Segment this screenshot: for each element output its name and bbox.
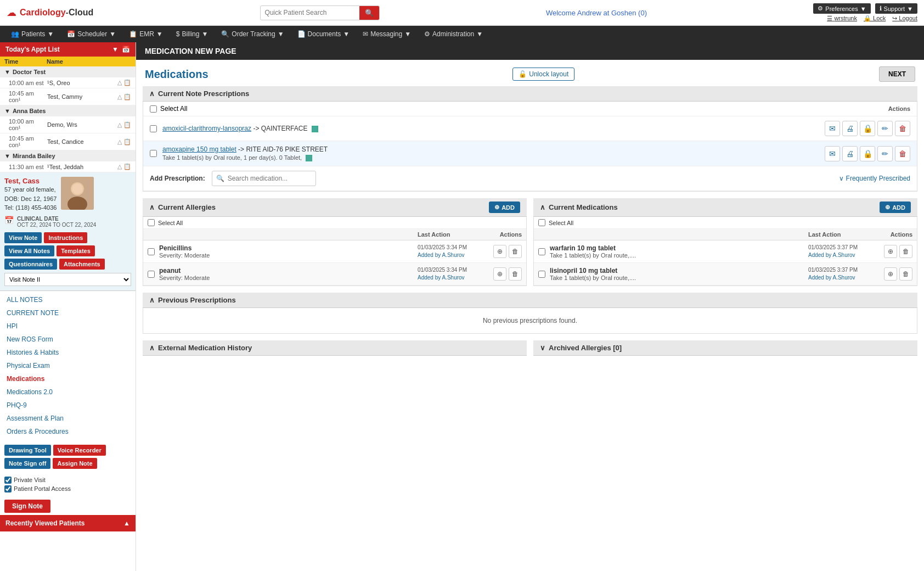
questionnaires-button[interactable]: Questionnaires bbox=[4, 259, 57, 270]
note-sign-off-button[interactable]: Note Sign off bbox=[4, 458, 50, 469]
current-med-checkbox-1[interactable] bbox=[538, 248, 545, 255]
select-all-checkbox[interactable] bbox=[150, 105, 157, 113]
delete-icon[interactable]: 🗑 bbox=[509, 267, 522, 281]
med-checkbox-1[interactable] bbox=[150, 125, 157, 132]
allergy-checkbox-2[interactable] bbox=[148, 271, 155, 278]
appt-row[interactable]: 10:00 am est ¹S, Oreo △ 📋 bbox=[0, 77, 136, 88]
add-icon[interactable]: ⊕ bbox=[493, 245, 506, 258]
visit-type-select[interactable]: Visit Note II bbox=[4, 273, 131, 286]
add-icon[interactable]: ⊕ bbox=[884, 245, 897, 258]
view-all-notes-button[interactable]: View All Notes bbox=[4, 245, 54, 256]
search-button[interactable]: 🔍 bbox=[359, 6, 379, 20]
nav-billing[interactable]: $ Billing ▼ bbox=[170, 26, 215, 42]
nav-ros-form[interactable]: New ROS Form bbox=[0, 333, 136, 346]
add-allergy-button[interactable]: ⊕ ADD bbox=[489, 201, 520, 213]
view-note-button[interactable]: View Note bbox=[4, 232, 42, 243]
external-med-history-title: ∧ External Medication History bbox=[149, 344, 252, 352]
appt-row[interactable]: 10:00 am con¹ Demo, Wrs △ 📋 bbox=[0, 116, 136, 133]
templates-button[interactable]: Templates bbox=[57, 245, 95, 256]
chevron-down-icon: ▼ bbox=[476, 30, 483, 38]
email-icon[interactable]: ✉ bbox=[825, 121, 840, 136]
nav-phq9[interactable]: PHQ-9 bbox=[0, 399, 136, 412]
private-visit-checkbox[interactable] bbox=[4, 477, 12, 484]
patient-name[interactable]: Test, Cass bbox=[4, 177, 57, 185]
appt-row[interactable]: 10:45 am con¹ Test, Cammy △ 📋 bbox=[0, 88, 136, 105]
nav-patients[interactable]: 👥 Patients ▼ bbox=[4, 26, 60, 42]
username-link[interactable]: ☰ wrstrunk bbox=[827, 15, 857, 22]
archived-allergies-header[interactable]: ∨ Archived Allergies [0] bbox=[533, 340, 917, 356]
delete-icon[interactable]: 🗑 bbox=[895, 121, 910, 136]
nav-all-notes[interactable]: ALL NOTES bbox=[0, 293, 136, 306]
appt-row-icons: △ 📋 bbox=[117, 138, 131, 145]
lock-icon[interactable]: 🔒 bbox=[860, 121, 875, 136]
voice-recorder-button[interactable]: Voice Recorder bbox=[53, 445, 106, 456]
next-button[interactable]: NEXT bbox=[879, 66, 915, 82]
edit-icon[interactable]: ✏ bbox=[877, 146, 893, 161]
sign-note-button[interactable]: Sign Note bbox=[4, 500, 50, 513]
chevron-down-icon: ▼ bbox=[4, 153, 10, 159]
print-icon[interactable]: 🖨 bbox=[842, 121, 858, 136]
calendar-icon: 📅 bbox=[4, 216, 14, 225]
delete-icon[interactable]: 🗑 bbox=[899, 245, 912, 258]
drawing-tool-button[interactable]: Drawing Tool bbox=[4, 445, 51, 456]
email-icon[interactable]: ✉ bbox=[825, 146, 840, 161]
nav-current-note[interactable]: CURRENT NOTE bbox=[0, 306, 136, 320]
medication-select-all-checkbox[interactable] bbox=[538, 219, 545, 226]
search-input[interactable] bbox=[261, 7, 359, 19]
patient-search-bar[interactable]: 🔍 bbox=[260, 5, 380, 20]
recently-viewed-bar[interactable]: Recently Viewed Patients ▲ bbox=[0, 515, 136, 531]
nav-hpi[interactable]: HPI bbox=[0, 320, 136, 333]
lock-link[interactable]: 🔒 Lock bbox=[864, 15, 886, 22]
support-button[interactable]: ℹ Support ▼ bbox=[875, 3, 917, 14]
calendar-icon[interactable]: 📅 bbox=[122, 46, 130, 53]
note-icon: 📋 bbox=[123, 121, 131, 128]
attachments-button[interactable]: Attachments bbox=[59, 259, 105, 270]
appt-row[interactable]: 10:45 am con¹ Test, Candice △ 📋 bbox=[0, 133, 136, 150]
nav-histories[interactable]: Histories & Habits bbox=[0, 346, 136, 359]
filter-icon[interactable]: ▼ bbox=[112, 46, 119, 53]
patient-portal-checkbox[interactable] bbox=[4, 485, 12, 492]
current-allergies-col: ∧ Current Allergies ⊕ ADD Select All bbox=[143, 198, 527, 286]
nav-assessment-plan[interactable]: Assessment & Plan bbox=[0, 412, 136, 425]
delete-icon[interactable]: 🗑 bbox=[899, 267, 912, 281]
list-icon: ☰ bbox=[827, 15, 832, 21]
add-medication-button[interactable]: ⊕ ADD bbox=[880, 201, 911, 213]
delete-icon[interactable]: 🗑 bbox=[895, 146, 910, 161]
doctor-name-3[interactable]: ▼ Miranda Bailey bbox=[0, 150, 136, 161]
chevron-down-icon: ▼ bbox=[907, 5, 913, 12]
nav-administration[interactable]: ⚙ Administration ▼ bbox=[418, 26, 489, 42]
add-icon[interactable]: ⊕ bbox=[884, 267, 897, 281]
nav-order-tracking[interactable]: 🔍 Order Tracking ▼ bbox=[215, 26, 290, 42]
doctor-name-1[interactable]: ▼ Doctor Test bbox=[0, 66, 136, 77]
nav-documents[interactable]: 📄 Documents ▼ bbox=[291, 26, 357, 42]
med-checkbox-2[interactable] bbox=[150, 150, 157, 157]
preferences-button[interactable]: ⚙ Preferences ▼ bbox=[813, 3, 870, 14]
allergy-select-all-checkbox[interactable] bbox=[148, 219, 155, 226]
logout-link[interactable]: ↪ Logout bbox=[892, 15, 917, 22]
lock-icon[interactable]: 🔒 bbox=[860, 146, 875, 161]
edit-icon[interactable]: ✏ bbox=[877, 121, 893, 136]
add-icon[interactable]: ⊕ bbox=[493, 267, 506, 281]
allergy-checkbox-1[interactable] bbox=[148, 248, 155, 255]
nav-orders-procedures[interactable]: Orders & Procedures bbox=[0, 425, 136, 438]
doctor-name-2[interactable]: ▼ Anna Bates bbox=[0, 105, 136, 116]
unlock-layout-button[interactable]: 🔓 Unlock layout bbox=[512, 68, 574, 81]
med-search-input[interactable] bbox=[212, 171, 316, 186]
assign-note-button[interactable]: Assign Note bbox=[53, 458, 97, 469]
current-med-checkbox-2[interactable] bbox=[538, 271, 545, 278]
nav-scheduler[interactable]: 📅 Scheduler ▼ bbox=[60, 26, 122, 42]
print-icon[interactable]: 🖨 bbox=[842, 146, 858, 161]
frequently-prescribed-button[interactable]: ∨ Frequently Prescribed bbox=[839, 175, 910, 182]
nav-physical-exam[interactable]: Physical Exam bbox=[0, 359, 136, 372]
current-note-prescriptions-header[interactable]: ∧ Current Note Prescriptions bbox=[143, 86, 917, 102]
instructions-button[interactable]: Instructions bbox=[44, 232, 87, 243]
nav-medications[interactable]: Medications bbox=[0, 372, 136, 385]
nav-messaging[interactable]: ✉ Messaging ▼ bbox=[356, 26, 418, 42]
nav-medications-20[interactable]: Medications 2.0 bbox=[0, 385, 136, 399]
external-med-history-header[interactable]: ∧ External Medication History bbox=[143, 340, 527, 356]
nav-emr[interactable]: 📋 EMR ▼ bbox=[122, 26, 170, 42]
appt-row[interactable]: 11:30 am est ¹Test, Jeddah △ 📋 bbox=[0, 161, 136, 172]
chevron-down-icon: ▼ bbox=[278, 30, 284, 38]
delete-icon[interactable]: 🗑 bbox=[509, 245, 522, 258]
previous-prescriptions-header[interactable]: ∧ Previous Prescriptions bbox=[143, 293, 917, 308]
